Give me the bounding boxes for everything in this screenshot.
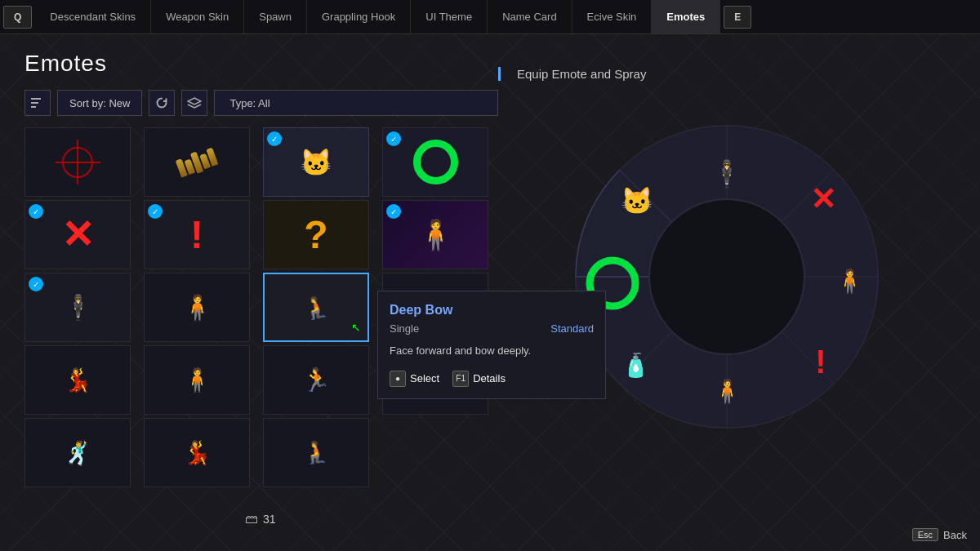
nav-weapon-skin[interactable]: Weapon Skin <box>151 0 244 33</box>
emote-cell-crosshair[interactable] <box>24 127 131 197</box>
type-filter-label[interactable]: Type: All <box>214 90 498 116</box>
green-ring-icon <box>413 140 458 184</box>
emote-cell-figure-2[interactable]: 🧍 <box>144 273 250 342</box>
emote-cell-figure-4[interactable]: 💃 <box>24 345 131 415</box>
tooltip-description: Face forward and bow deeply. <box>390 343 594 359</box>
emote-cell-x-red[interactable]: ✓ ✕ <box>24 200 131 269</box>
svg-marker-3 <box>188 98 201 104</box>
select-label: Select <box>410 372 439 384</box>
figure-2-icon: 🧍 <box>182 293 212 322</box>
top-navigation: Q Descendant Skins Weapon Skin Spawn Gra… <box>0 0 980 34</box>
emote-cell-figure-6[interactable]: 🏃 <box>263 345 369 415</box>
emote-cell-ammo[interactable] <box>144 127 250 197</box>
nav-emotes[interactable]: Emotes <box>652 0 720 33</box>
left-panel: Emotes Sort by: New Type: All <box>24 51 498 535</box>
nav-ui-theme[interactable]: UI Theme <box>411 0 488 33</box>
cat-mascot-icon: 🐱 <box>300 147 332 178</box>
yellow-question-icon: ? <box>304 212 327 257</box>
nav-spawn[interactable]: Spawn <box>244 0 307 33</box>
nav-e-key[interactable]: E <box>724 6 751 29</box>
sort-bar: Sort by: New Type: All <box>24 90 498 116</box>
svg-text:🕴: 🕴 <box>710 158 743 189</box>
figure-8-icon: 🕺 <box>61 437 94 469</box>
svg-point-10 <box>649 199 804 354</box>
emote-count: 31 <box>263 513 276 526</box>
emote-cell-green-ring[interactable]: ✓ <box>382 127 488 197</box>
equipped-badge: ✓ <box>29 204 43 219</box>
figure-9-icon: 💃 <box>183 439 212 466</box>
sort-order-button[interactable] <box>24 90 51 116</box>
tooltip-details-button[interactable]: F1 Details <box>452 371 506 387</box>
page-title: Emotes <box>24 51 498 77</box>
red-exclaim-icon: ! <box>190 212 203 257</box>
figure-6-icon: 🏃 <box>302 367 331 393</box>
svg-text:!: ! <box>815 344 826 380</box>
tooltip-type: Single <box>390 322 419 335</box>
equipped-badge: ✓ <box>386 131 401 146</box>
figure-5-icon: 🧍 <box>183 367 212 393</box>
details-key-badge: F1 <box>452 371 469 387</box>
cursor-icon: ↖ <box>351 321 361 334</box>
chest-icon: 🗃 <box>245 512 258 527</box>
wheel-svg: 🕴 ✕ 🧍 ! 🧍 🧴 🐱 <box>564 113 890 440</box>
svg-text:🧴: 🧴 <box>621 352 650 379</box>
equipped-badge: ✓ <box>148 204 163 219</box>
nav-name-card[interactable]: Name Card <box>488 0 572 33</box>
esc-back-bar: Esc Back <box>912 528 967 541</box>
nav-q-key[interactable]: Q <box>3 6 32 29</box>
bottom-bar: 🗃 31 <box>245 512 276 527</box>
emote-cell-figure-spray[interactable]: ✓ 🧍 <box>382 200 488 269</box>
esc-key-badge[interactable]: Esc <box>912 528 938 541</box>
equipped-badge: ✓ <box>267 131 282 146</box>
sort-by-label[interactable]: Sort by: New <box>57 90 142 116</box>
nav-descendant-skins[interactable]: Descendant Skins <box>35 0 151 33</box>
emote-cell-figure-9[interactable]: 💃 <box>144 418 250 487</box>
emote-tooltip: Deep Bow Single Standard Face forward an… <box>377 291 606 399</box>
svg-text:🐱: 🐱 <box>621 185 653 216</box>
emote-cell-figure-1[interactable]: ✓ 🕴 <box>24 273 131 342</box>
equipped-badge: ✓ <box>386 204 401 219</box>
emote-grid: ✓ 🐱 ✓ ✓ ✕ ✓ ! ? ✓ 🧍 <box>24 127 498 487</box>
red-x-icon: ✕ <box>61 216 94 255</box>
deep-bow-icon: 🧎 <box>301 292 332 322</box>
figure-spray-icon: 🧍 <box>417 218 454 252</box>
details-label: Details <box>473 372 506 384</box>
select-key-badge: ● <box>390 371 406 387</box>
svg-text:🧍: 🧍 <box>713 378 742 405</box>
crosshair-icon <box>56 140 100 184</box>
figure-10-icon: 🧎 <box>302 439 331 467</box>
emote-cell-deep-bow[interactable]: 🧎 ↖ <box>263 273 369 342</box>
equipped-badge: ✓ <box>29 277 43 291</box>
emote-cell-exclaim-red[interactable]: ✓ ! <box>144 200 250 269</box>
emote-cell-cat[interactable]: ✓ 🐱 <box>263 127 369 197</box>
nav-grappling-hook[interactable]: Grappling Hook <box>307 0 411 33</box>
tooltip-rarity: Standard <box>550 322 594 335</box>
tooltip-actions: ● Select F1 Details <box>390 371 594 387</box>
emote-cell-figure-5[interactable]: 🧍 <box>144 345 250 415</box>
svg-text:🧍: 🧍 <box>835 268 864 295</box>
main-content: Emotes Sort by: New Type: All <box>0 34 980 551</box>
emote-wheel: 🕴 ✕ 🧍 ! 🧍 🧴 🐱 <box>564 113 890 440</box>
figure-4-icon: 💃 <box>64 367 92 393</box>
tooltip-meta: Single Standard <box>390 322 594 335</box>
back-label: Back <box>943 529 967 541</box>
figure-1-icon: 🕴 <box>63 293 93 322</box>
nav-ecive-skin[interactable]: Ecive Skin <box>572 0 653 33</box>
emote-cell-figure-10[interactable]: 🧎 <box>263 418 369 487</box>
refresh-button[interactable] <box>149 90 175 116</box>
ammo-icon <box>175 145 219 179</box>
equip-title: Equip Emote and Spray <box>498 67 646 81</box>
emote-cell-figure-8[interactable]: 🕺 <box>24 418 131 487</box>
tooltip-title: Deep Bow <box>390 303 594 318</box>
emote-cell-question[interactable]: ? <box>263 200 369 269</box>
tooltip-select-button[interactable]: ● Select <box>390 371 439 387</box>
svg-text:✕: ✕ <box>810 182 836 216</box>
layers-button[interactable] <box>181 90 207 116</box>
